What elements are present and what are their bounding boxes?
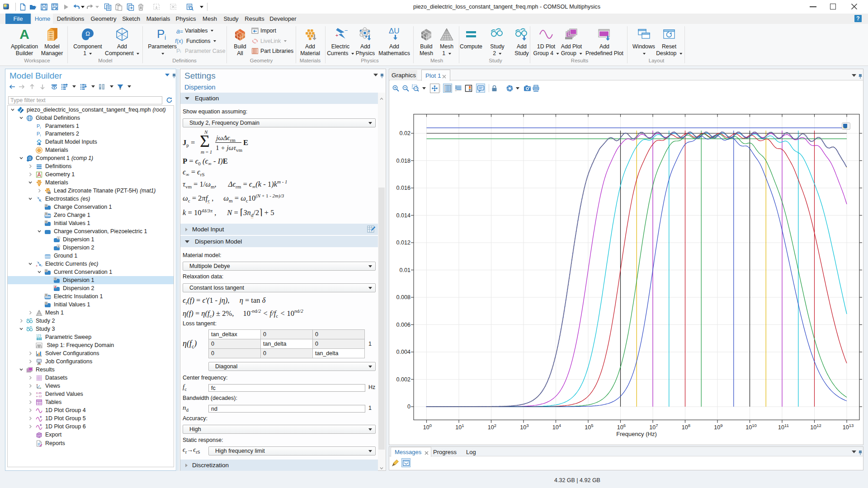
svg-text:Frequency (Hz): Frequency (Hz) (616, 431, 657, 437)
svg-text:123: 123 (36, 334, 41, 337)
svg-text:A: A (19, 27, 29, 42)
svg-text:P: P (37, 123, 40, 129)
svg-text:8.85: 8.85 (36, 391, 42, 394)
svg-text:i: i (40, 126, 41, 129)
svg-text:Ω: Ω (85, 30, 90, 37)
svg-text:0.002: 0.002 (396, 376, 410, 383)
svg-text:D: D (54, 277, 56, 280)
svg-text:−: − (40, 263, 42, 267)
svg-text:i: i (40, 134, 41, 137)
svg-text:D: D (45, 293, 47, 296)
svg-text:D: D (45, 212, 47, 215)
svg-text:P: P (37, 131, 40, 136)
svg-text:109: 109 (714, 423, 722, 431)
svg-text:102: 102 (488, 423, 496, 431)
svg-text:106: 106 (617, 423, 626, 431)
svg-text:+: + (36, 263, 38, 267)
svg-text:0.008: 0.008 (396, 294, 410, 300)
svg-text:1013: 1013 (843, 423, 854, 431)
svg-text:Ω: Ω (28, 155, 31, 160)
svg-text:104: 104 (552, 423, 561, 431)
svg-text:0.02: 0.02 (399, 130, 410, 136)
svg-text:+: + (335, 33, 338, 38)
svg-text:0.014: 0.014 (396, 212, 410, 219)
svg-text:D: D (45, 269, 47, 272)
svg-text:i: i (165, 34, 166, 41)
svg-text:−: − (344, 27, 348, 34)
svg-text:108: 108 (682, 423, 690, 431)
svg-text:1011: 1011 (778, 423, 789, 431)
svg-text:0.018: 0.018 (396, 158, 410, 164)
svg-text:D: D (45, 301, 47, 304)
svg-text:100: 100 (423, 423, 432, 431)
svg-text:0.016: 0.016 (396, 185, 410, 191)
svg-text:107: 107 (649, 423, 658, 431)
svg-text:101: 101 (455, 423, 464, 431)
svg-text:0.012: 0.012 (396, 239, 410, 246)
svg-text:D: D (45, 220, 47, 223)
svg-text:1012: 1012 (810, 423, 821, 431)
svg-text:P: P (157, 27, 165, 41)
svg-text:0.006: 0.006 (396, 322, 410, 328)
svg-text:ΔU: ΔU (389, 27, 400, 35)
svg-text:0.004: 0.004 (396, 349, 410, 355)
svg-text:D: D (45, 204, 47, 206)
svg-text:e-12: e-12 (36, 394, 42, 397)
svg-text:1010: 1010 (745, 423, 757, 431)
svg-text:103: 103 (520, 423, 528, 431)
svg-text:0: 0 (407, 404, 410, 410)
svg-text:105: 105 (585, 423, 593, 431)
svg-text:0.01: 0.01 (399, 267, 410, 273)
